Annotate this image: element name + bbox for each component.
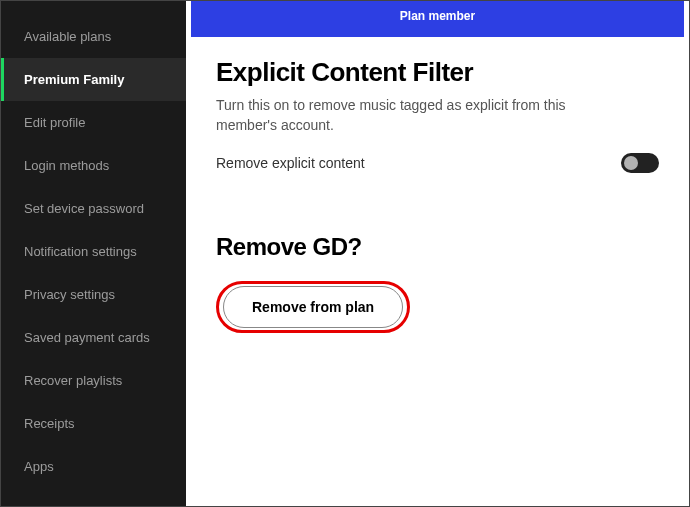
sidebar-item-login-methods[interactable]: Login methods [1, 144, 186, 187]
explicit-content-toggle[interactable] [621, 153, 659, 173]
sidebar-item-apps[interactable]: Apps [1, 445, 186, 488]
explicit-filter-title: Explicit Content Filter [216, 57, 659, 88]
sidebar-item-label: Notification settings [24, 244, 137, 259]
remove-member-title: Remove GD? [216, 233, 659, 261]
page-header-title: Plan member [400, 9, 475, 23]
remove-button-highlight: Remove from plan [216, 281, 410, 333]
sidebar-item-label: Apps [24, 459, 54, 474]
sidebar-item-label: Login methods [24, 158, 109, 173]
sidebar-item-label: Set device password [24, 201, 144, 216]
explicit-filter-description: Turn this on to remove music tagged as e… [216, 96, 616, 135]
sidebar: Available plans Premium Family Edit prof… [1, 1, 186, 506]
sidebar-item-label: Recover playlists [24, 373, 122, 388]
sidebar-item-set-device-password[interactable]: Set device password [1, 187, 186, 230]
explicit-toggle-row: Remove explicit content [216, 153, 659, 173]
page-header: Plan member [191, 1, 684, 37]
sidebar-item-label: Edit profile [24, 115, 85, 130]
sidebar-item-premium-family[interactable]: Premium Family [1, 58, 186, 101]
remove-from-plan-button[interactable]: Remove from plan [223, 286, 403, 328]
sidebar-item-label: Privacy settings [24, 287, 115, 302]
sidebar-item-recover-playlists[interactable]: Recover playlists [1, 359, 186, 402]
sidebar-item-label: Saved payment cards [24, 330, 150, 345]
main-content: Plan member Explicit Content Filter Turn… [186, 1, 689, 506]
sidebar-item-receipts[interactable]: Receipts [1, 402, 186, 445]
sidebar-item-saved-payment-cards[interactable]: Saved payment cards [1, 316, 186, 359]
sidebar-item-label: Receipts [24, 416, 75, 431]
sidebar-item-notification-settings[interactable]: Notification settings [1, 230, 186, 273]
sidebar-item-available-plans[interactable]: Available plans [1, 15, 186, 58]
explicit-toggle-label: Remove explicit content [216, 155, 365, 171]
sidebar-item-label: Premium Family [24, 72, 124, 87]
sidebar-item-label: Available plans [24, 29, 111, 44]
toggle-knob [624, 156, 638, 170]
sidebar-item-edit-profile[interactable]: Edit profile [1, 101, 186, 144]
sidebar-item-privacy-settings[interactable]: Privacy settings [1, 273, 186, 316]
